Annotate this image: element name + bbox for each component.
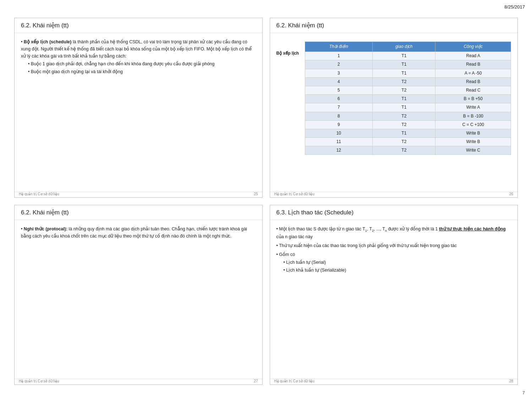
slide-2-footer-right: 26 <box>509 192 513 196</box>
slide-3-footer: Hệ quản trị Cơ sở dữ liệu 27 <box>15 379 262 383</box>
table-cell: 4 <box>305 77 373 86</box>
table-row: 12T2Write C <box>305 146 511 155</box>
table-cell: 2 <box>305 60 373 69</box>
table-row: 10T1Write B <box>305 129 511 137</box>
col-header-congviec: Công việc <box>435 42 511 52</box>
slide-4-list: Một lịch thao tác S được lập từ n giao t… <box>276 225 511 274</box>
slide-3: 6.2. Khái niệm (tt) Nghi thức (protocal)… <box>14 205 263 385</box>
col-header-giaodich: giao dịch <box>373 42 435 52</box>
table-row: 6T1B = B +50 <box>305 95 511 103</box>
slide-4-text-1a: Một lịch thao tác S được lập từ n giao t… <box>279 226 365 231</box>
slide-3-body: Nghi thức (protocal): là những quy định … <box>15 220 262 384</box>
table-cell: Write C <box>435 146 511 155</box>
slide-1-sub-list: Buộc 1 giao dịch phải đợi, chẳng hạn cho… <box>28 60 256 75</box>
slide-1-bullet-1: Bộ xếp lịch (schedule) là thành phần của… <box>21 38 256 75</box>
slide-1-footer-left: Hệ quản trị Cơ sở dữ liệu <box>19 192 59 196</box>
slide-1: 6.2. Khái niệm (tt) Bộ xếp lịch (schedul… <box>14 18 263 198</box>
table-cell: 7 <box>305 103 373 112</box>
table-cell: A = A -50 <box>435 69 511 77</box>
slide-4-bullet-1: Một lịch thao tác S được lập từ n giao t… <box>276 225 511 240</box>
slide-4-title: 6.3. Lịch thao tác (Schedule) <box>276 209 511 216</box>
slide-4-text-1c: , ..., T <box>374 226 385 231</box>
table-cell: T1 <box>373 52 435 60</box>
table-cell: Read B <box>435 60 511 69</box>
slide-2-body: Bộ xếp lịch Thời điểm giao dịch Công việ… <box>270 33 518 197</box>
slide-4-footer: Hệ quản trị Cơ sở dữ liệu 28 <box>270 379 518 383</box>
slide-4-bullet-2: Thứ tự xuất hiện của các thao tác trong … <box>276 242 511 249</box>
table-cell: 8 <box>305 112 373 120</box>
slide-3-header: 6.2. Khái niệm (tt) <box>15 205 262 220</box>
table-cell: T1 <box>373 129 435 137</box>
table-row: 4T2Read B <box>305 77 511 86</box>
slide-4-text-1b: , T <box>367 226 372 231</box>
table-row: 11T2Write B <box>305 138 511 146</box>
slide-1-sub-1: Buộc 1 giao dịch phải đợi, chẳng hạn cho… <box>28 60 256 67</box>
slide-2-footer: Hệ quản trị Cơ sở dữ liệu 26 <box>270 192 518 196</box>
slide-3-bold-1: Nghi thức (protocal): <box>24 226 67 231</box>
col-header-thoidiem: Thời điểm <box>305 42 373 52</box>
slide-1-footer-right: 25 <box>254 192 258 196</box>
slide-4-underline: thứ tự thực hiện các hành động <box>439 226 506 231</box>
slide-2-table-wrapper: Bộ xếp lịch Thời điểm giao dịch Công việ… <box>276 39 511 155</box>
table-cell: T1 <box>373 95 435 103</box>
slide-4-text-1d: được xử lý đồng thời là 1 <box>387 226 439 231</box>
slide-4: 6.3. Lịch thao tác (Schedule) Một lịch t… <box>270 205 518 385</box>
slide-2-header: 6.2. Khái niệm (tt) <box>270 18 518 33</box>
page-date: 8/25/2017 <box>504 4 525 10</box>
table-cell: T2 <box>373 138 435 146</box>
table-cell: 9 <box>305 120 373 129</box>
table-row: 3T1A = A -50 <box>305 69 511 77</box>
table-row: 9T2C = C +100 <box>305 120 511 129</box>
page-number: 7 <box>522 390 525 395</box>
table-cell: T1 <box>373 69 435 77</box>
slide-1-footer: Hệ quản trị Cơ sở dữ liệu 25 <box>15 192 262 196</box>
table-row: 2T1Read B <box>305 60 511 69</box>
table-cell: 1 <box>305 52 373 60</box>
table-cell: Write B <box>435 129 511 137</box>
table-cell: T1 <box>373 103 435 112</box>
slide-4-text-3: Gồm có <box>279 252 295 257</box>
slide-2-footer-left: Hệ quản trị Cơ sở dữ liệu <box>274 192 314 196</box>
slide-1-title: 6.2. Khái niệm (tt) <box>21 22 256 29</box>
table-cell: Write A <box>435 103 511 112</box>
table-cell: T2 <box>373 86 435 94</box>
table-cell: T2 <box>373 120 435 129</box>
slide-4-text-1e: của n giao tác này <box>276 234 313 239</box>
table-cell: T2 <box>373 77 435 86</box>
table-cell: B = B +50 <box>435 95 511 103</box>
table-row: 7T1Write A <box>305 103 511 112</box>
slide-4-sub-list: Lịch tuần tự (Serial) Lịch khả tuần tự (… <box>284 259 511 274</box>
slide-3-list: Nghi thức (protocal): là những quy định … <box>21 225 256 240</box>
slide-2-table: Thời điểm giao dịch Công việc 1T1Read A2… <box>305 42 511 155</box>
slide-1-list: Bộ xếp lịch (schedule) là thành phần của… <box>21 38 256 75</box>
table-row: 5T2Read C <box>305 86 511 94</box>
slide-3-title: 6.2. Khái niệm (tt) <box>21 209 256 216</box>
slide-1-body: Bộ xếp lịch (schedule) là thành phần của… <box>15 33 262 197</box>
table-cell: T2 <box>373 146 435 155</box>
slides-grid: 6.2. Khái niệm (tt) Bộ xếp lịch (schedul… <box>0 0 532 399</box>
slide-1-header: 6.2. Khái niệm (tt) <box>15 18 262 33</box>
table-cell: Read A <box>435 52 511 60</box>
slide-4-sub-serial: Lịch tuần tự (Serial) <box>284 259 511 266</box>
slide-3-footer-right: 27 <box>254 379 258 383</box>
table-cell: 3 <box>305 69 373 77</box>
slide-4-body: Một lịch thao tác S được lập từ n giao t… <box>270 220 518 384</box>
slide-1-bold-1: Bộ xếp lịch (schedule) <box>24 39 72 44</box>
slide-4-bullet-3: Gồm có Lịch tuần tự (Serial) Lịch khả tu… <box>276 251 511 274</box>
slide-4-footer-left: Hệ quản trị Cơ sở dữ liệu <box>274 379 314 383</box>
table-row: 8T2B = B -100 <box>305 112 511 120</box>
table-cell: 6 <box>305 95 373 103</box>
slide-4-footer-right: 28 <box>509 379 513 383</box>
slide-3-footer-left: Hệ quản trị Cơ sở dữ liệu <box>19 379 59 383</box>
table-cell: Read B <box>435 77 511 86</box>
table-row: 1T1Read A <box>305 52 511 60</box>
table-cell: Write B <box>435 138 511 146</box>
slide-2-title: 6.2. Khái niệm (tt) <box>276 22 511 29</box>
slide-2-bosung-label: Bộ xếp lịch <box>276 49 305 57</box>
table-cell: 5 <box>305 86 373 94</box>
table-header-row: Thời điểm giao dịch Công việc <box>305 42 511 52</box>
table-cell: Read C <box>435 86 511 94</box>
table-cell: 12 <box>305 146 373 155</box>
table-cell: 11 <box>305 138 373 146</box>
table-cell: T2 <box>373 112 435 120</box>
